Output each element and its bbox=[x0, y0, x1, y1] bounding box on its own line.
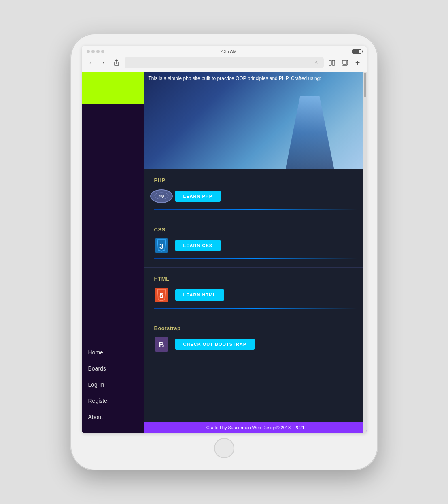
browser-navbar: ‹ › ↻ bbox=[82, 55, 367, 72]
php-section: PHP php LEARN PHP bbox=[144, 169, 367, 218]
hero-section: This is a simple php site built to pract… bbox=[144, 72, 367, 169]
sidebar-nav: Home Boards Log-In Register About bbox=[82, 344, 144, 433]
new-tab-button[interactable]: + bbox=[353, 58, 363, 68]
hero-description: This is a simple php site built to pract… bbox=[149, 76, 321, 81]
browser-dot-4 bbox=[101, 50, 104, 53]
php-section-title: PHP bbox=[154, 177, 357, 183]
sidebar-logo bbox=[82, 72, 144, 104]
browser-chrome: 2:35 AM ‹ › ↻ bbox=[82, 46, 367, 72]
reload-icon[interactable]: ↻ bbox=[315, 60, 321, 66]
battery-level bbox=[353, 50, 359, 53]
scrollbar[interactable] bbox=[363, 72, 367, 433]
share-button[interactable] bbox=[112, 58, 121, 68]
footer-text: Crafted by Saucermen Web Design© 2018 - … bbox=[206, 425, 305, 430]
html-logo: 5 bbox=[154, 288, 169, 302]
main-content: This is a simple php site built to pract… bbox=[144, 72, 367, 433]
website-content: Home Boards Log-In Register About This i… bbox=[82, 72, 367, 433]
browser-dot-1 bbox=[87, 50, 90, 53]
sidebar: Home Boards Log-In Register About bbox=[82, 72, 144, 433]
svg-text:php: php bbox=[158, 194, 164, 198]
html-logo-icon: 5 bbox=[155, 288, 168, 302]
php-accent-line bbox=[154, 209, 357, 210]
home-button[interactable] bbox=[214, 438, 234, 458]
browser-dot-3 bbox=[96, 50, 100, 53]
back-button[interactable]: ‹ bbox=[86, 58, 96, 68]
bootstrap-section: Bootstrap B CHECK OUT BOOTSTRA bbox=[144, 317, 367, 360]
address-bar[interactable]: ↻ bbox=[125, 57, 324, 68]
css-logo: 3 bbox=[154, 238, 169, 253]
browser-titlebar: 2:35 AM bbox=[82, 46, 367, 55]
learn-html-button[interactable]: LEARN HTML bbox=[175, 289, 225, 301]
sidebar-item-about[interactable]: About bbox=[82, 409, 144, 425]
browser-dot-2 bbox=[91, 50, 95, 53]
svg-rect-3 bbox=[343, 61, 347, 64]
learn-php-button[interactable]: LEARN PHP bbox=[175, 191, 221, 202]
bootstrap-section-title: Bootstrap bbox=[154, 325, 357, 331]
svg-rect-0 bbox=[329, 60, 331, 65]
html-section-content: 5 LEARN HTML bbox=[154, 288, 357, 302]
php-logo-text: php bbox=[150, 189, 173, 203]
browser-time: 2:35 AM bbox=[220, 49, 236, 54]
css-section-content: 3 LEARN CSS bbox=[154, 238, 357, 253]
sidebar-item-home[interactable]: Home bbox=[82, 344, 144, 360]
browser-battery bbox=[352, 49, 361, 54]
learn-css-button[interactable]: LEARN CSS bbox=[175, 240, 221, 251]
forward-button[interactable]: › bbox=[99, 58, 108, 68]
php-logo: php bbox=[154, 189, 169, 203]
bootstrap-logo: B bbox=[154, 337, 169, 352]
checkout-bootstrap-button[interactable]: CHECK OUT BOOTSTRAP bbox=[175, 339, 255, 350]
sidebar-item-login[interactable]: Log-In bbox=[82, 377, 144, 393]
sidebar-item-boards[interactable]: Boards bbox=[82, 360, 144, 377]
hero-shape bbox=[286, 96, 334, 169]
tech-sections: PHP php LEARN PHP bbox=[144, 169, 367, 422]
svg-text:5: 5 bbox=[159, 292, 163, 300]
svg-text:B: B bbox=[159, 341, 164, 349]
sidebar-item-register[interactable]: Register bbox=[82, 393, 144, 409]
tablet-frame: 2:35 AM ‹ › ↻ bbox=[70, 34, 378, 470]
html-section-title: HTML bbox=[154, 276, 357, 282]
tablet-browser: 2:35 AM ‹ › ↻ bbox=[82, 46, 367, 433]
css-section-title: CSS bbox=[154, 227, 357, 233]
html-accent-line bbox=[154, 308, 357, 309]
hero-text: This is a simple php site built to pract… bbox=[149, 75, 355, 82]
html-section: HTML 5 LE bbox=[144, 268, 367, 317]
php-section-content: php LEARN PHP bbox=[154, 189, 357, 203]
svg-text:3: 3 bbox=[159, 242, 163, 250]
svg-rect-1 bbox=[332, 60, 335, 65]
css-section: CSS 3 LEA bbox=[144, 218, 367, 268]
tabs-button[interactable] bbox=[340, 58, 350, 68]
bootstrap-logo-icon: B bbox=[155, 337, 168, 352]
browser-dots bbox=[87, 50, 104, 53]
split-view-button[interactable] bbox=[327, 58, 337, 68]
footer-bar: Crafted by Saucermen Web Design© 2018 - … bbox=[144, 422, 367, 433]
css-accent-line bbox=[154, 258, 357, 259]
nav-action-buttons: + bbox=[327, 58, 363, 68]
css-logo-icon: 3 bbox=[155, 238, 168, 253]
bootstrap-section-content: B CHECK OUT BOOTSTRAP bbox=[154, 337, 357, 352]
scrollbar-thumb[interactable] bbox=[364, 73, 366, 97]
